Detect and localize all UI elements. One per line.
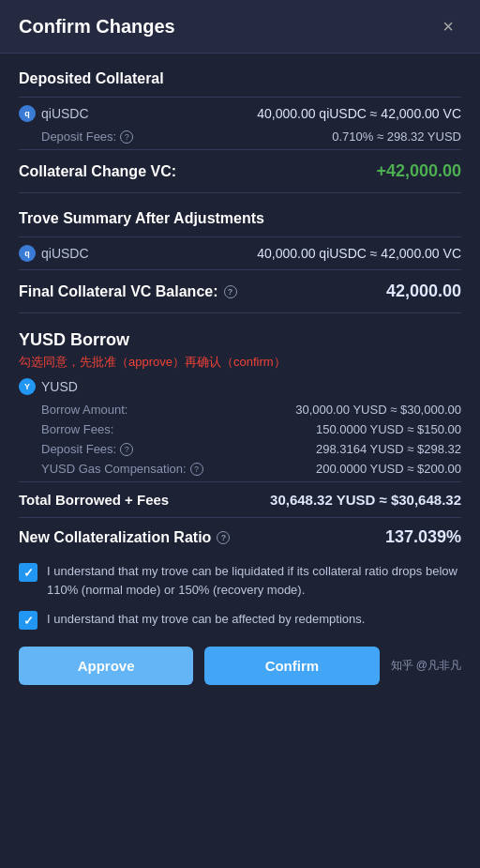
checkbox-2-text: I understand that my trove can be affect… — [47, 610, 365, 629]
divider-5 — [19, 269, 461, 270]
close-button[interactable]: × — [435, 13, 461, 39]
checkbox-1[interactable]: ✓ — [19, 563, 38, 582]
gas-compensation-label: YUSD Gas Compensation: ? — [41, 462, 203, 476]
ratio-row: New Collateralization Ratio ? 137.039% — [19, 527, 461, 547]
qiusdc-icon: q — [19, 105, 36, 122]
borrow-fees-value: 150.0000 YUSD ≈ $150.00 — [316, 422, 461, 436]
modal-body: Deposited Collateral q qiUSDC 40,000.00 … — [0, 70, 480, 704]
checkbox-2-check: ✓ — [23, 614, 34, 628]
collateral-coin-row: q qiUSDC 40,000.00 qiUSDC ≈ 42,000.00 VC — [19, 105, 461, 122]
approve-button[interactable]: Approve — [19, 647, 193, 685]
yusd-deposit-fees-label: Deposit Fees: ? — [41, 442, 133, 456]
modal-title: Confirm Changes — [19, 16, 175, 38]
final-balance-label: Final Collateral VC Balance: ? — [19, 283, 237, 300]
final-balance-info-icon[interactable]: ? — [224, 285, 237, 298]
divider-2 — [19, 149, 461, 150]
deposit-fees-value: 0.710% ≈ 298.32 YUSD — [332, 129, 461, 144]
ratio-value: 137.039% — [385, 527, 461, 547]
yusd-icon: Y — [19, 378, 36, 395]
watermark: 知乎 @凡非凡 — [391, 658, 462, 674]
checkbox-row-2: ✓ I understand that my trove can be affe… — [19, 610, 461, 630]
trove-summary-title: Trove Summary After Adjustments — [19, 210, 461, 227]
total-borrowed-value: 30,648.32 YUSD ≈ $30,648.32 — [270, 492, 461, 508]
collateral-coin-label: q qiUSDC — [19, 105, 89, 122]
yusd-borrow-title: YUSD Borrow — [19, 330, 461, 350]
trove-qiusdc-icon: q — [19, 245, 36, 262]
collateral-change-label: Collateral Change VC: — [19, 163, 176, 180]
divider-3 — [19, 192, 461, 193]
deposited-collateral-title: Deposited Collateral — [19, 70, 461, 87]
trove-coin-row: q qiUSDC 40,000.00 qiUSDC ≈ 42,000.00 VC — [19, 245, 461, 262]
gas-compensation-row: YUSD Gas Compensation: ? 200.0000 YUSD ≈… — [19, 462, 461, 476]
yusd-coin-label: Y YUSD — [19, 378, 78, 395]
collateral-coin-value: 40,000.00 qiUSDC ≈ 42,000.00 VC — [257, 106, 461, 121]
trove-coin-value: 40,000.00 qiUSDC ≈ 42,000.00 VC — [257, 246, 461, 261]
yusd-borrow-warning: 勾选同意，先批准（approve）再确认（confirm） — [19, 354, 461, 371]
gas-compensation-value: 200.0000 YUSD ≈ $200.00 — [316, 462, 461, 476]
collateral-change-value: +42,000.00 — [376, 161, 461, 181]
final-balance-row: Final Collateral VC Balance: ? 42,000.00 — [19, 282, 461, 301]
ratio-info-icon[interactable]: ? — [217, 531, 230, 544]
total-borrowed-row: Total Borrowed + Fees 30,648.32 YUSD ≈ $… — [19, 492, 461, 508]
borrow-fees-label: Borrow Fees: — [41, 422, 113, 436]
confirm-button[interactable]: Confirm — [204, 647, 379, 685]
confirm-changes-modal: Confirm Changes × Deposited Collateral q… — [0, 0, 480, 868]
deposit-fees-row: Deposit Fees: ? 0.710% ≈ 298.32 YUSD — [19, 129, 461, 144]
checkbox-row-1: ✓ I understand that my trove can be liqu… — [19, 562, 461, 599]
yusd-coin-row: Y YUSD — [19, 378, 461, 395]
divider-1 — [19, 97, 461, 98]
final-balance-value: 42,000.00 — [386, 282, 461, 301]
trove-coin-label: q qiUSDC — [19, 245, 89, 262]
modal-header: Confirm Changes × — [0, 0, 480, 53]
borrow-fees-row: Borrow Fees: 150.0000 YUSD ≈ $150.00 — [19, 422, 461, 436]
gas-compensation-info-icon[interactable]: ? — [190, 463, 203, 476]
yusd-deposit-fees-row: Deposit Fees: ? 298.3164 YUSD ≈ $298.32 — [19, 442, 461, 456]
yusd-deposit-fees-info-icon[interactable]: ? — [120, 443, 133, 456]
borrow-amount-row: Borrow Amount: 30,000.00 YUSD ≈ $30,000.… — [19, 403, 461, 417]
divider-6 — [19, 312, 461, 313]
checkbox-1-check: ✓ — [23, 566, 34, 580]
buttons-row: Approve Confirm 知乎 @凡非凡 — [19, 647, 461, 685]
ratio-label: New Collateralization Ratio ? — [19, 529, 230, 546]
deposit-fees-label: Deposit Fees: ? — [41, 129, 133, 144]
divider-4 — [19, 236, 461, 237]
checkbox-1-text: I understand that my trove can be liquid… — [47, 562, 461, 599]
divider-7 — [19, 481, 461, 482]
borrow-amount-label: Borrow Amount: — [41, 403, 128, 417]
total-borrowed-label: Total Borrowed + Fees — [19, 492, 169, 508]
divider-8 — [19, 517, 461, 518]
collateral-change-row: Collateral Change VC: +42,000.00 — [19, 161, 461, 181]
checkbox-2[interactable]: ✓ — [19, 611, 38, 630]
borrow-amount-value: 30,000.00 YUSD ≈ $30,000.00 — [295, 403, 461, 417]
deposit-fees-info-icon[interactable]: ? — [120, 130, 133, 144]
yusd-deposit-fees-value: 298.3164 YUSD ≈ $298.32 — [316, 442, 461, 456]
